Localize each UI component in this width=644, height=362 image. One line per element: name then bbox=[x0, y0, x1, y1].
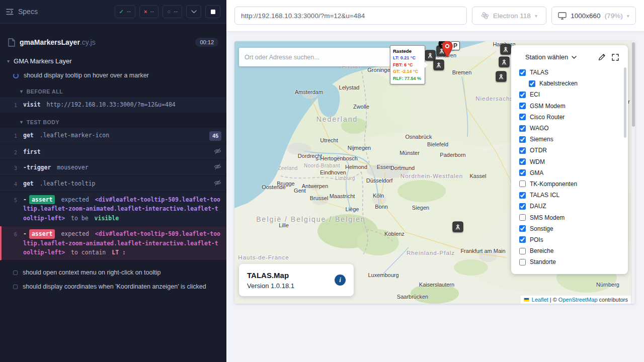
chevron-down-icon: ▾ bbox=[627, 13, 629, 19]
station-item[interactable]: Standorte bbox=[519, 256, 623, 267]
panel-scrollbar[interactable] bbox=[624, 67, 626, 138]
command-row-assert-contain[interactable]: 6 -assert expected <div#leaflet-tooltip-… bbox=[0, 226, 226, 260]
expand-icon[interactable] bbox=[612, 54, 619, 61]
red-pin-marker[interactable] bbox=[441, 41, 454, 58]
test-body-section[interactable]: ▾ TEST BODY bbox=[0, 113, 226, 128]
station-marker[interactable] bbox=[499, 57, 510, 67]
station-marker[interactable] bbox=[496, 71, 507, 82]
reporter-header: Specs ✓-- ×-- ○-- bbox=[0, 0, 226, 24]
station-select-dropdown[interactable]: Station wählen bbox=[525, 53, 568, 61]
station-checkbox[interactable] bbox=[519, 248, 526, 254]
station-marker[interactable] bbox=[501, 44, 511, 55]
station-item[interactable]: TK-Komponenten bbox=[519, 178, 623, 190]
test-display-tooltip[interactable]: should display tooltip on hover over a m… bbox=[0, 68, 226, 82]
chevron-down-icon[interactable] bbox=[572, 56, 577, 59]
assertion-text: expected bbox=[61, 230, 89, 237]
tooltip-row: GT: -2.14 °C bbox=[393, 68, 422, 75]
leaflet-link[interactable]: Leaflet bbox=[532, 297, 548, 303]
station-marker[interactable] bbox=[453, 222, 463, 232]
stop-button[interactable] bbox=[205, 5, 220, 18]
station-item[interactable]: GSM Modem bbox=[519, 101, 623, 112]
spec-file-row[interactable]: gmaMarkersLayer.cy.js 00:12 bbox=[0, 38, 226, 47]
collapse-all-button[interactable] bbox=[186, 5, 201, 18]
spec-name: gmaMarkersLayer.cy.js bbox=[20, 38, 191, 46]
suite-gma-markers-layer[interactable]: ▾ GMA Markers Layer bbox=[0, 54, 226, 68]
before-all-section[interactable]: ▾ BEFORE ALL bbox=[0, 82, 226, 97]
spec-duration-badge: 00:12 bbox=[195, 38, 218, 47]
station-checkbox[interactable] bbox=[519, 69, 526, 76]
invisible-eye-icon bbox=[210, 163, 221, 170]
station-checkbox[interactable] bbox=[519, 214, 526, 221]
station-checkbox[interactable] bbox=[519, 103, 526, 109]
command-row-first[interactable]: 2 first bbox=[0, 144, 226, 160]
station-item[interactable]: POIs bbox=[519, 234, 623, 245]
station-item[interactable]: OTDR bbox=[519, 145, 623, 156]
command-number: 1 bbox=[0, 100, 23, 110]
specs-menu-button[interactable]: Specs bbox=[6, 8, 38, 16]
station-label: Bereiche bbox=[530, 247, 553, 254]
command-number: 5 bbox=[0, 195, 23, 205]
command-row-trigger[interactable]: 3 -trigger mouseover bbox=[0, 160, 226, 176]
info-icon[interactable]: i bbox=[335, 275, 346, 286]
station-checkbox[interactable] bbox=[519, 180, 526, 187]
attribution-contributors: contributors bbox=[599, 297, 628, 303]
command-row-visit[interactable]: 1 visit http://192.168.10.33:3000/?m=12&… bbox=[0, 97, 226, 113]
station-item[interactable]: Sonstige bbox=[519, 223, 623, 234]
station-checkbox[interactable] bbox=[519, 225, 526, 232]
openstreetmap-link[interactable]: OpenStreetMap bbox=[558, 297, 598, 303]
station-item[interactable]: Kabelstrecken bbox=[519, 78, 623, 89]
station-panel: Station wählen TALASKabelstreckenECIGSM … bbox=[511, 45, 628, 274]
command-row-assert-visible[interactable]: 5 -assert expected <div#leaflet-tooltip-… bbox=[0, 192, 226, 226]
assertion-expected-value: visible bbox=[95, 215, 119, 222]
station-item[interactable]: TALAS bbox=[519, 67, 623, 78]
station-checkbox[interactable] bbox=[519, 192, 526, 199]
invisible-eye-icon bbox=[210, 179, 221, 186]
collapse-caret-icon: ▾ bbox=[20, 89, 23, 94]
attribution-separator: | © bbox=[550, 297, 557, 303]
viewport-select[interactable]: 1000x660 (79%) ▾ bbox=[551, 7, 636, 25]
station-item[interactable]: SMS Modem bbox=[519, 212, 623, 223]
command-row-get-markers[interactable]: 1 get .leaflet-marker-icon 45 bbox=[0, 128, 226, 144]
station-item[interactable]: GMA bbox=[519, 167, 623, 178]
station-checkbox[interactable] bbox=[519, 114, 526, 120]
app-scrollbar[interactable] bbox=[631, 41, 635, 304]
station-item[interactable]: TALAS ICL bbox=[519, 190, 623, 201]
station-checkbox[interactable] bbox=[529, 80, 535, 87]
station-label: ECI bbox=[530, 91, 540, 98]
station-marker[interactable] bbox=[434, 60, 444, 70]
station-checkbox[interactable] bbox=[519, 169, 526, 176]
command-row-get-tooltip[interactable]: 4 get .leaflet-tooltip bbox=[0, 176, 226, 192]
url-input[interactable] bbox=[234, 7, 467, 25]
station-checkbox[interactable] bbox=[519, 125, 526, 132]
station-item[interactable]: ECI bbox=[519, 89, 623, 100]
test-coordinates[interactable]: should display coordinates when 'Koordin… bbox=[0, 280, 226, 294]
station-item[interactable]: WAGO bbox=[519, 123, 623, 134]
station-label: OTDR bbox=[530, 147, 547, 154]
invisible-eye-icon bbox=[210, 147, 221, 154]
station-checkbox[interactable] bbox=[519, 136, 526, 143]
station-label: TK-Komponenten bbox=[530, 180, 577, 188]
command-body: get .leaflet-tooltip bbox=[23, 179, 210, 188]
scrollbar-thumb[interactable] bbox=[632, 42, 635, 127]
station-item[interactable]: DAUZ bbox=[519, 201, 623, 212]
edit-pencil-icon[interactable] bbox=[598, 53, 606, 61]
station-checkbox[interactable] bbox=[519, 92, 526, 98]
station-marker[interactable] bbox=[425, 50, 436, 61]
electron-icon bbox=[481, 12, 489, 20]
station-checkbox[interactable] bbox=[519, 203, 526, 210]
assert-pill: assert bbox=[29, 229, 55, 238]
station-checkbox[interactable] bbox=[519, 158, 526, 165]
station-item[interactable]: Siemens bbox=[519, 134, 623, 145]
station-checkbox[interactable] bbox=[519, 147, 526, 154]
collapse-caret-icon: ▾ bbox=[20, 120, 23, 125]
station-checkbox[interactable] bbox=[519, 259, 526, 265]
test-context-menu[interactable]: should open context menu on right-click … bbox=[0, 265, 226, 280]
browser-select[interactable]: Electron 118 ▾ bbox=[472, 7, 546, 25]
station-checkbox[interactable] bbox=[519, 236, 526, 243]
station-item[interactable]: Bereiche bbox=[519, 245, 623, 256]
map-search-box bbox=[239, 48, 390, 66]
search-input[interactable] bbox=[239, 48, 390, 66]
station-item[interactable]: Cisco Router bbox=[519, 112, 623, 123]
station-item[interactable]: WDM bbox=[519, 156, 623, 167]
command-message: http://192.168.10.33:3000/?m=12&u=484 bbox=[47, 101, 176, 108]
